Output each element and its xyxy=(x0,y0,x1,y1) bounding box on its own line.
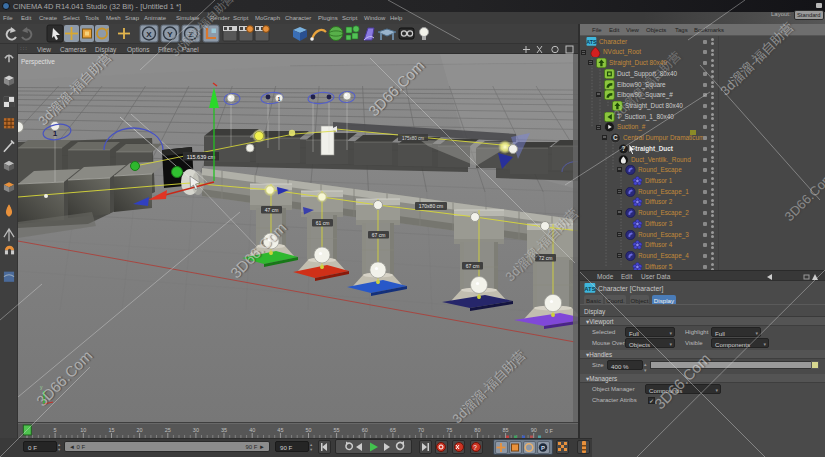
svg-text:X: X xyxy=(146,30,152,39)
svg-text:61 cm: 61 cm xyxy=(316,220,330,226)
svg-text:35: 35 xyxy=(221,427,227,433)
svg-text:65: 65 xyxy=(390,427,396,433)
svg-text:40: 40 xyxy=(249,427,255,433)
svg-text:170x80 cm: 170x80 cm xyxy=(419,203,443,209)
svg-text:20: 20 xyxy=(137,427,143,433)
svg-text:47 cm: 47 cm xyxy=(265,207,279,213)
svg-text:30: 30 xyxy=(193,427,199,433)
svg-text:?: ? xyxy=(473,444,477,451)
svg-text:72 cm: 72 cm xyxy=(539,255,553,261)
svg-text:45: 45 xyxy=(277,427,283,433)
svg-text:115.639 cm: 115.639 cm xyxy=(187,154,216,160)
svg-text:60: 60 xyxy=(362,427,368,433)
svg-text:?: ? xyxy=(621,145,625,152)
svg-text:67 cm: 67 cm xyxy=(372,232,386,238)
svg-text:10: 10 xyxy=(80,427,86,433)
svg-text:67 cm: 67 cm xyxy=(466,263,480,269)
svg-text:75: 75 xyxy=(446,427,452,433)
svg-text:1: 1 xyxy=(278,96,281,102)
svg-text:C: C xyxy=(613,134,618,141)
svg-text:85: 85 xyxy=(503,427,509,433)
svg-text:15: 15 xyxy=(108,427,114,433)
svg-text:ATS: ATS xyxy=(586,38,597,44)
svg-text:5: 5 xyxy=(54,427,57,433)
svg-text:55: 55 xyxy=(334,427,340,433)
svg-text:P: P xyxy=(541,445,545,451)
svg-text:1: 1 xyxy=(53,129,58,138)
svg-text:25: 25 xyxy=(165,427,171,433)
svg-text:Perspective: Perspective xyxy=(21,58,55,66)
svg-text:80: 80 xyxy=(474,427,480,433)
svg-text:90: 90 xyxy=(531,427,537,433)
svg-text:Y: Y xyxy=(167,30,173,39)
svg-text:50: 50 xyxy=(305,427,311,433)
svg-text:Z: Z xyxy=(189,30,194,39)
svg-text:ATS: ATS xyxy=(584,286,595,292)
svg-text:0 F: 0 F xyxy=(545,428,554,434)
svg-text:70: 70 xyxy=(418,427,424,433)
svg-text:175x80 cm: 175x80 cm xyxy=(402,136,424,141)
